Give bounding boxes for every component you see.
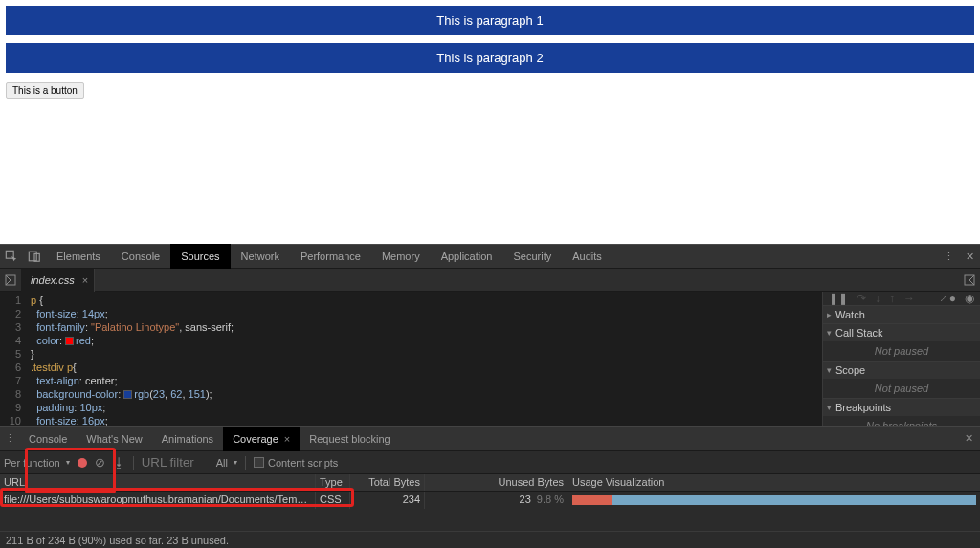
code-editor[interactable]: 123456789101112131415 p { font-size: 14p…: [0, 292, 822, 436]
drawer-tab-coverage[interactable]: Coverage×: [223, 427, 300, 451]
main-tab-performance[interactable]: Performance: [290, 244, 371, 269]
debugger-section-scope[interactable]: Scope: [823, 362, 980, 379]
devtools-menu-icon[interactable]: ⋮: [938, 244, 959, 269]
drawer-tab-animations[interactable]: Animations: [152, 427, 223, 451]
coverage-mode-select[interactable]: Per function: [4, 457, 70, 469]
file-tab-label: index.css: [31, 274, 75, 286]
devtools-close-icon[interactable]: ✕: [959, 244, 980, 269]
debugger-section-watch[interactable]: Watch: [823, 306, 980, 323]
navigator-toggle-icon[interactable]: [0, 274, 21, 286]
step-out-icon[interactable]: ↑: [889, 292, 895, 305]
col-url[interactable]: URL: [0, 474, 316, 491]
paragraph-2: This is paragraph 2: [6, 43, 974, 73]
debugger-toolbar: ❚❚ ↷ ↓ ↑ → ⟋● ◉: [823, 292, 980, 306]
coverage-table-header: URL Type Total Bytes Unused Bytes Usage …: [0, 474, 980, 492]
col-type[interactable]: Type: [316, 474, 350, 491]
col-unused-bytes[interactable]: Unused Bytes: [425, 474, 568, 491]
drawer-close-icon[interactable]: ✕: [957, 432, 980, 445]
main-tab-network[interactable]: Network: [231, 244, 290, 269]
step-into-icon[interactable]: ↓: [875, 292, 880, 305]
url-filter-input[interactable]: [142, 455, 209, 470]
coverage-status-text: 211 B of 234 B (90%) used so far. 23 B u…: [6, 535, 229, 546]
svg-rect-1: [29, 252, 36, 261]
debugger-section-breakpoints[interactable]: Breakpoints: [823, 399, 980, 416]
close-file-tab-icon[interactable]: ×: [82, 274, 88, 286]
step-over-icon[interactable]: ↷: [857, 292, 866, 305]
drawer-menu-icon[interactable]: ⋮: [0, 432, 19, 445]
step-icon[interactable]: →: [903, 292, 915, 305]
main-tab-audits[interactable]: Audits: [562, 244, 612, 269]
type-filter-select[interactable]: All: [216, 457, 237, 469]
content-scripts-checkbox[interactable]: Content scripts: [254, 457, 338, 469]
drawer-tab-what-s-new[interactable]: What's New: [77, 427, 151, 451]
more-tabs-icon[interactable]: [959, 274, 980, 286]
drawer-tab-console[interactable]: Console: [19, 427, 77, 451]
coverage-status-bar: 211 B of 234 B (90%) used so far. 23 B u…: [0, 531, 980, 548]
file-tab-index-css[interactable]: index.css ×: [21, 269, 95, 292]
device-toolbar-icon[interactable]: [23, 244, 46, 269]
debugger-section-body: Not paused: [823, 341, 980, 361]
cell-type: CSS: [316, 492, 350, 509]
devtools-panel: ElementsConsoleSourcesNetworkPerformance…: [0, 244, 980, 548]
close-drawer-tab-icon[interactable]: ×: [284, 433, 290, 445]
demo-button[interactable]: This is a button: [6, 82, 84, 99]
devtools-main-toolbar: ElementsConsoleSourcesNetworkPerformance…: [0, 244, 980, 269]
devtools-drawer: ⋮ ConsoleWhat's NewAnimationsCoverage×Re…: [0, 426, 980, 548]
rendered-page: This is paragraph 1 This is paragraph 2 …: [0, 0, 980, 244]
cell-viz: [568, 492, 980, 509]
export-icon[interactable]: ⭳: [113, 455, 125, 470]
coverage-toolbar: Per function ⊘ ⭳ All Content scripts: [0, 451, 980, 474]
col-usage-viz[interactable]: Usage Visualization: [568, 474, 980, 491]
main-tab-memory[interactable]: Memory: [371, 244, 431, 269]
debugger-section-body: Not paused: [823, 379, 980, 398]
record-icon[interactable]: [78, 458, 87, 468]
inspect-element-icon[interactable]: [0, 244, 23, 269]
pause-icon[interactable]: ❚❚: [829, 292, 848, 305]
drawer-tab-request-blocking[interactable]: Request blocking: [300, 427, 399, 451]
coverage-row[interactable]: file:///Users/subbuswaroopmuthusubramani…: [0, 492, 980, 509]
deactivate-breakpoints-icon[interactable]: ⟋●: [938, 292, 956, 305]
main-tab-console[interactable]: Console: [111, 244, 170, 269]
clear-icon[interactable]: ⊘: [95, 455, 105, 470]
main-tab-application[interactable]: Application: [431, 244, 503, 269]
cell-total: 234: [350, 492, 425, 509]
main-tab-sources[interactable]: Sources: [170, 244, 230, 269]
debugger-section-call-stack[interactable]: Call Stack: [823, 324, 980, 341]
sources-file-tabs: index.css ×: [0, 269, 980, 292]
drawer-tabs: ⋮ ConsoleWhat's NewAnimationsCoverage×Re…: [0, 427, 980, 451]
pause-on-exceptions-icon[interactable]: ◉: [965, 292, 974, 305]
col-total-bytes[interactable]: Total Bytes: [350, 474, 425, 491]
main-tab-elements[interactable]: Elements: [46, 244, 111, 269]
cell-unused: 239.8 %: [425, 492, 568, 509]
cell-url: file:///Users/subbuswaroopmuthusubramani…: [0, 492, 316, 509]
paragraph-1: This is paragraph 1: [6, 6, 974, 35]
main-tab-security[interactable]: Security: [502, 244, 562, 269]
